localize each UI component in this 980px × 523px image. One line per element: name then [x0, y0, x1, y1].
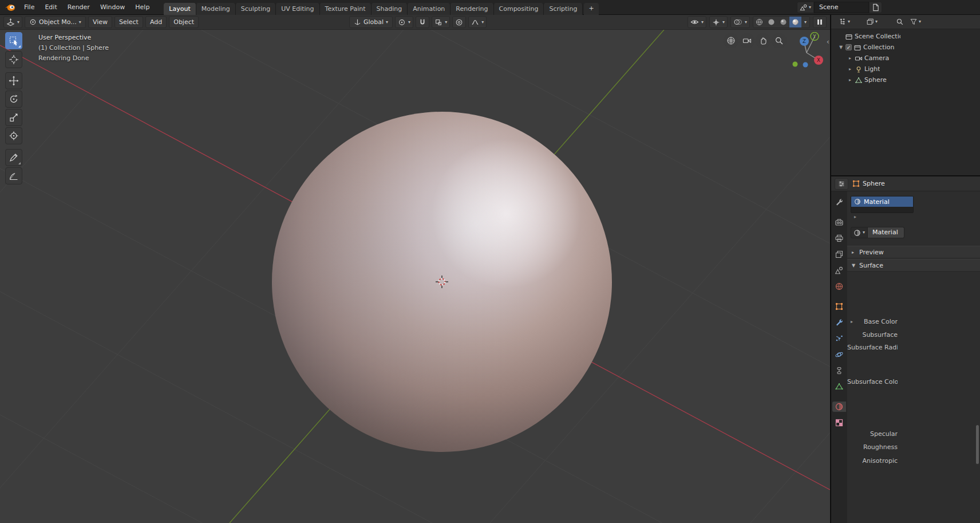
- disclosure-closed-icon[interactable]: ▸: [847, 77, 853, 82]
- axis-navigation-gizmo[interactable]: Z Y X: [788, 32, 825, 70]
- editor-type-button[interactable]: ▾: [3, 16, 22, 28]
- tool-cursor[interactable]: [5, 51, 22, 68]
- shading-material-button[interactable]: [777, 17, 789, 27]
- outliner-item-camera[interactable]: ▸ Camera: [831, 53, 980, 64]
- transform-orientation-button[interactable]: Global ▾: [349, 16, 393, 28]
- menu-select[interactable]: Select: [114, 16, 143, 28]
- prop-roughness[interactable]: Roughness: [847, 442, 898, 452]
- snap-toggle-button[interactable]: [416, 16, 429, 28]
- breadcrumb-object-name[interactable]: Sphere: [863, 180, 885, 187]
- sidebar-collapse-arrow[interactable]: ‹: [827, 38, 829, 45]
- tool-scale[interactable]: [5, 109, 22, 126]
- pivot-point-button[interactable]: ▾: [395, 16, 413, 28]
- menu-file[interactable]: File: [19, 0, 39, 14]
- shading-rendered-button[interactable]: [789, 17, 801, 27]
- tab-animation[interactable]: Animation: [408, 3, 451, 15]
- outliner-editor-type-button[interactable]: ▾: [837, 17, 852, 27]
- disclosure-closed-icon[interactable]: ▸: [851, 319, 853, 324]
- add-workspace-button[interactable]: +: [584, 3, 598, 15]
- blender-menu-button[interactable]: [0, 3, 19, 11]
- menu-add[interactable]: Add: [145, 16, 167, 28]
- collection-checkbox[interactable]: ✓: [845, 44, 852, 50]
- tab-view-layer[interactable]: [832, 249, 846, 259]
- toggle-perspective-button[interactable]: [724, 33, 738, 48]
- tab-shading[interactable]: Shading: [372, 3, 408, 15]
- properties-editor-type-button[interactable]: [835, 178, 848, 190]
- menu-help[interactable]: Help: [130, 0, 155, 14]
- tab-material[interactable]: [832, 402, 846, 412]
- tab-particles[interactable]: [832, 333, 846, 344]
- tab-scene[interactable]: [832, 265, 846, 276]
- tool-rotate[interactable]: [5, 91, 22, 108]
- outliner-search-button[interactable]: [894, 17, 906, 27]
- camera-view-button[interactable]: [740, 33, 754, 48]
- new-scene-button[interactable]: [869, 2, 882, 13]
- slot-list-expander-icon[interactable]: ▸: [854, 214, 856, 219]
- menu-object[interactable]: Object: [169, 16, 199, 28]
- tab-output[interactable]: [832, 233, 846, 243]
- material-slot-list[interactable]: Material: [851, 196, 914, 213]
- panel-surface[interactable]: ▼ Surface: [847, 259, 980, 272]
- object-visibility-button[interactable]: ▾: [687, 16, 706, 28]
- tab-layout[interactable]: Layout: [164, 3, 196, 15]
- material-name-field[interactable]: Material: [868, 227, 904, 238]
- tab-object-data[interactable]: [832, 382, 846, 392]
- menu-window[interactable]: Window: [95, 0, 130, 14]
- tab-texture-paint[interactable]: Texture Paint: [320, 3, 372, 15]
- tab-texture[interactable]: [832, 418, 846, 428]
- disclosure-closed-icon[interactable]: ▸: [847, 66, 853, 72]
- tab-compositing[interactable]: Compositing: [494, 3, 544, 15]
- tab-physics[interactable]: [832, 349, 846, 360]
- panel-preview[interactable]: ▸ Preview: [847, 246, 980, 258]
- tab-uv-editing[interactable]: UV Editing: [276, 3, 319, 15]
- prop-anisotropic[interactable]: Anisotropic: [847, 456, 898, 466]
- scene-name-field[interactable]: Scene: [814, 2, 869, 13]
- scene-browse-button[interactable]: ▾: [797, 2, 814, 13]
- menu-edit[interactable]: Edit: [39, 0, 62, 14]
- proportional-editing-button[interactable]: [452, 16, 466, 28]
- tab-render[interactable]: [832, 217, 846, 227]
- prop-subsurface[interactable]: Subsurface: [847, 330, 898, 340]
- tab-world[interactable]: [832, 281, 846, 292]
- prop-base-color[interactable]: ▸ Base Color: [847, 317, 898, 327]
- tab-constraints[interactable]: [832, 365, 846, 376]
- shading-dropdown-button[interactable]: ▾: [801, 17, 809, 27]
- shading-solid-button[interactable]: [765, 17, 777, 27]
- tool-measure[interactable]: [5, 167, 22, 184]
- tab-object[interactable]: [832, 301, 846, 312]
- disclosure-open-icon[interactable]: ▼: [838, 45, 844, 50]
- tab-scripting[interactable]: Scripting: [544, 3, 583, 15]
- overlays-button[interactable]: ▾: [730, 16, 750, 28]
- tool-select-box[interactable]: [5, 32, 22, 49]
- zoom-view-button[interactable]: [772, 33, 787, 48]
- tab-modifiers[interactable]: [832, 317, 846, 328]
- outliner-item-collection[interactable]: ▼ ✓ Collection: [831, 42, 980, 53]
- gizmos-button[interactable]: ▾: [709, 16, 728, 28]
- prop-specular[interactable]: Specular: [847, 429, 898, 439]
- outliner-item-sphere[interactable]: ▸ Sphere: [831, 74, 980, 85]
- outliner-item-scene-collection[interactable]: Scene Collection: [831, 31, 980, 42]
- tool-move[interactable]: [5, 72, 22, 89]
- tool-annotate[interactable]: [5, 149, 22, 166]
- tab-rendering[interactable]: Rendering: [451, 3, 493, 15]
- mode-selector[interactable]: Object Mo... ▾: [25, 16, 86, 28]
- pause-render-button[interactable]: [813, 16, 827, 28]
- browse-material-button[interactable]: ▾: [851, 227, 868, 238]
- prop-subsurface-color[interactable]: Subsurface Color: [847, 377, 898, 387]
- outliner-display-mode-button[interactable]: ▾: [864, 17, 879, 27]
- menu-view[interactable]: View: [88, 16, 112, 28]
- tab-modeling[interactable]: Modeling: [196, 3, 236, 15]
- tab-sculpting[interactable]: Sculpting: [236, 3, 276, 15]
- outliner-filter-button[interactable]: ▾: [908, 17, 923, 27]
- snap-target-button[interactable]: ▾: [432, 16, 450, 28]
- menu-render[interactable]: Render: [62, 0, 95, 14]
- viewport-canvas[interactable]: User Perspective (1) Collection | Sphere…: [0, 30, 830, 523]
- disclosure-closed-icon[interactable]: ▸: [847, 56, 853, 61]
- properties-scrollbar[interactable]: [976, 425, 979, 464]
- outliner-item-light[interactable]: ▸ Light: [831, 64, 980, 74]
- proportional-falloff-button[interactable]: ▾: [468, 16, 487, 28]
- material-slot-row[interactable]: Material: [851, 196, 913, 207]
- pan-view-button[interactable]: [756, 33, 770, 48]
- tab-tool[interactable]: [832, 197, 846, 207]
- prop-subsurface-radius[interactable]: Subsurface Radius: [847, 343, 898, 352]
